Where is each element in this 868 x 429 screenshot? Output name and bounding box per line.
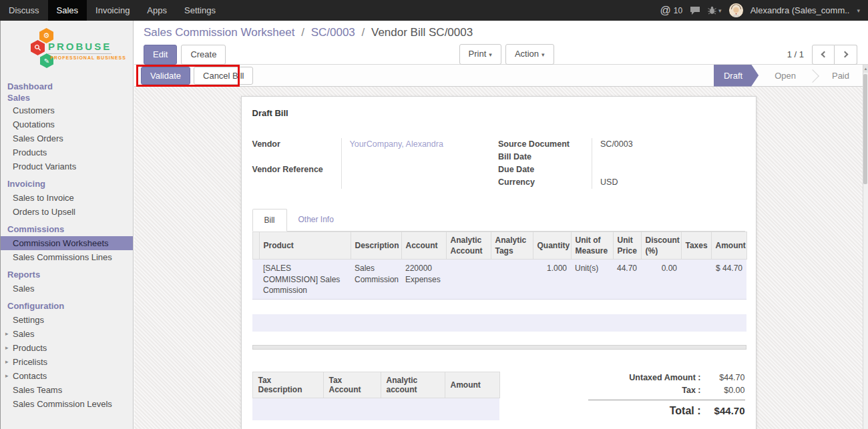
cell-analytic-account (446, 260, 491, 300)
avatar[interactable] (729, 3, 743, 17)
col-quantity: Quantity (533, 232, 571, 260)
debug-menu[interactable]: ▾ (708, 6, 722, 15)
empty-line-row (252, 314, 746, 332)
vendor-reference-label: Vendor Reference (252, 163, 341, 189)
currency-value: USD (592, 176, 744, 189)
nav-sales[interactable]: Sales (48, 0, 87, 21)
chevron-left-icon (821, 51, 828, 58)
control-panel: Sales Commission Worksheet / SC/0003 / V… (134, 21, 868, 65)
cell-quantity: 1.000 (533, 260, 571, 300)
sidebar-item-sales-to-invoice[interactable]: Sales to Invoice (1, 191, 133, 205)
sidebar-item-products[interactable]: Products (1, 145, 133, 159)
tax-header-row: Tax Description Tax Account Analytic acc… (252, 372, 499, 398)
untaxed-amount-value: $44.70 (701, 373, 745, 382)
sidebar-item-pricelists[interactable]: Pricelists (1, 355, 133, 369)
sidebar-item-customers[interactable]: Customers (1, 103, 133, 117)
sidebar: ⚙ ✎ PROBUSE PROFESSIONAL BUSINESS Dashbo… (0, 21, 134, 429)
chevron-right-icon (841, 51, 848, 58)
sidebar-item-dashboard[interactable]: Dashboard (1, 81, 133, 92)
source-document-value: SC/0003 (592, 138, 744, 151)
sidebar-section-commissions: Commissions (1, 222, 133, 236)
field-groups: Vendor YourCompany, Alexandra Vendor Ref… (252, 138, 745, 189)
col-unit-of-measure: Unit of Measure (571, 232, 613, 260)
vertical-scrollbar[interactable]: ▲ (863, 65, 868, 429)
at-icon: @ (660, 5, 670, 17)
bill-date-label: Bill Date (498, 151, 592, 163)
vendor-label: Vendor (252, 138, 341, 163)
col-taxes: Taxes (681, 232, 711, 260)
sidebar-item-settings[interactable]: Settings (1, 313, 133, 327)
top-navbar: Discuss Sales Invoicing Apps Settings @ … (0, 0, 868, 21)
due-date-value (592, 163, 744, 176)
nav-settings[interactable]: Settings (176, 0, 224, 21)
cell-amount: $ 44.70 (711, 260, 746, 300)
horizontal-scrollbar[interactable] (252, 345, 746, 350)
col-description: Description (351, 232, 401, 260)
sidebar-item-sales-orders[interactable]: Sales Orders (1, 131, 133, 145)
cancel-bill-button[interactable]: Cancel Bill (194, 67, 253, 85)
breadcrumb-worksheets[interactable]: Sales Commission Worksheet (144, 26, 294, 39)
bug-icon (708, 6, 716, 15)
total-label: Total : (588, 405, 701, 417)
untaxed-amount-label: Untaxed Amount : (588, 373, 701, 382)
state-separator-icon (809, 65, 819, 87)
tax-value: $0.00 (701, 386, 745, 395)
breadcrumb-sc0003[interactable]: SC/0003 (311, 26, 355, 39)
col-discount: Discount (%) (641, 232, 681, 260)
sidebar-item-sales-teams[interactable]: Sales Teams (1, 383, 133, 397)
bill-sheet: Draft Bill Vendor YourCompany, Alexandra… (241, 96, 756, 429)
nav-apps[interactable]: Apps (138, 0, 176, 21)
sidebar-item-config-products[interactable]: Products (1, 341, 133, 355)
sidebar-section-sales[interactable]: Sales (1, 92, 133, 103)
tab-bill[interactable]: Bill (252, 209, 287, 232)
cell-product: [SALES COMMISSION] Sales Commission (259, 260, 351, 300)
pager-counter: 1 / 1 (787, 49, 804, 59)
pager-next-button[interactable] (835, 45, 857, 65)
handle-cell (252, 260, 259, 300)
activity-menu[interactable]: @ 10 (660, 5, 682, 17)
magnifier-hexagon-icon (31, 40, 45, 55)
validate-button[interactable]: Validate (141, 67, 190, 85)
state-open[interactable]: Open (761, 65, 809, 87)
tax-table: Tax Description Tax Account Analytic acc… (252, 372, 500, 420)
create-button[interactable]: Create (181, 45, 226, 65)
user-menu-caret-icon[interactable]: ▾ (857, 7, 860, 14)
sidebar-item-sales-commission-levels[interactable]: Sales Commission Levels (1, 397, 133, 411)
sidebar-section-configuration: Configuration (1, 299, 133, 313)
scrollbar-thumb[interactable] (863, 74, 867, 184)
nav-invoicing[interactable]: Invoicing (87, 0, 138, 21)
sidebar-item-orders-to-upsell[interactable]: Orders to Upsell (1, 205, 133, 219)
print-dropdown[interactable]: Print▾ (459, 44, 501, 65)
edit-button[interactable]: Edit (144, 45, 177, 65)
notebook-tabs: Bill Other Info (252, 209, 745, 232)
action-dropdown[interactable]: Action▾ (505, 44, 554, 65)
col-tax-amount: Amount (445, 372, 499, 398)
scroll-up-arrow-icon[interactable]: ▲ (863, 65, 868, 73)
sidebar-item-contacts[interactable]: Contacts (1, 369, 133, 383)
user-menu[interactable]: Alexandra (Sales_comm.. (750, 5, 850, 15)
breadcrumb-current: Vendor Bill SC/0003 (371, 26, 473, 39)
sidebar-item-reports-sales[interactable]: Sales (1, 282, 133, 296)
lines-header-row: Product Description Account Analytic Acc… (252, 232, 746, 260)
sidebar-menu: Dashboard Sales Customers Quotations Sal… (1, 81, 133, 411)
chevron-down-icon: ▾ (718, 7, 722, 14)
sidebar-item-commission-worksheets[interactable]: Commission Worksheets (1, 236, 133, 250)
invoice-line-row[interactable]: [SALES COMMISSION] Sales Commission Sale… (252, 260, 746, 300)
state-draft[interactable]: Draft (714, 65, 758, 87)
vendor-value[interactable]: YourCompany, Alexandra (341, 138, 492, 163)
pager-previous-button[interactable] (812, 45, 835, 65)
sidebar-item-product-variants[interactable]: Product Variants (1, 159, 133, 173)
messages-button[interactable] (690, 6, 700, 15)
col-amount: Amount (711, 232, 746, 260)
state-paid[interactable]: Paid (819, 65, 863, 87)
sidebar-item-config-sales[interactable]: Sales (1, 327, 133, 341)
col-unit-price: Unit Price (613, 232, 641, 260)
activity-count: 10 (674, 6, 682, 15)
sidebar-item-quotations[interactable]: Quotations (1, 117, 133, 131)
main-content: Sales Commission Worksheet / SC/0003 / V… (134, 21, 868, 429)
sheet-title: Draft Bill (252, 108, 745, 118)
tab-other-info[interactable]: Other Info (287, 209, 345, 231)
nav-discuss[interactable]: Discuss (0, 0, 48, 21)
col-account: Account (401, 232, 446, 260)
sidebar-item-sales-commissions-lines[interactable]: Sales Commissions Lines (1, 250, 133, 264)
